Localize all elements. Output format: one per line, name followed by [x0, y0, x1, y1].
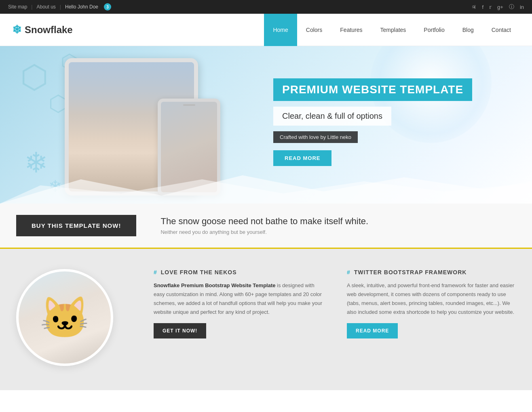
nav-blog[interactable]: Blog [454, 14, 483, 46]
hash-icon-2: # [347, 269, 350, 275]
cta-text: The snow goose need not bathe to make it… [160, 216, 516, 235]
linkedin-icon[interactable]: in [520, 4, 524, 10]
hero-subtitle-box: Clear, clean & full of options [273, 107, 391, 126]
topbar-left: Site map | About us | Hello John Doe 3 [8, 3, 111, 11]
features-section: 🐱 # LOVE FROM THE NEKOS Snowflake Premiu… [0, 249, 532, 390]
feature-col-2: # TWITTER BOOTSTRAP FRAMEWORK A sleek, i… [347, 269, 516, 338]
separator-2: | [60, 4, 61, 10]
twitter-icon[interactable]: 𝕣 [489, 4, 492, 10]
rss-icon[interactable]: ♃ [471, 4, 476, 10]
cat-image: 🐱 [16, 269, 113, 366]
buy-template-button[interactable]: BUY THIS TEMPLATE NOW! [16, 215, 136, 236]
read-more-button[interactable]: READ MORE [347, 323, 398, 338]
hello-text: Hello John Doe [65, 4, 98, 10]
separator-1: | [31, 4, 32, 10]
sitemap-link[interactable]: Site map [8, 4, 27, 10]
feature-col-1: # LOVE FROM THE NEKOS Snowflake Premium … [154, 269, 323, 338]
hero-crafted-text: Crafted with love by Little neko [280, 134, 351, 140]
nav-portfolio[interactable]: Portfolio [415, 14, 453, 46]
cta-subtext: Neither need you do anything but be your… [160, 229, 516, 235]
logo-text: Snowflake [25, 24, 73, 36]
mountain-svg [0, 171, 532, 204]
hero-subtitle: Clear, clean & full of options [282, 111, 382, 121]
nav-colors[interactable]: Colors [297, 14, 331, 46]
phone-notch [183, 104, 195, 106]
hero-crafted-box: Crafted with love by Little neko [273, 131, 358, 143]
logo[interactable]: ❄ Snowflake [12, 23, 264, 36]
feature-heading-2: # TWITTER BOOTSTRAP FRAMEWORK [347, 269, 516, 275]
hero-title-box: PREMIUM WEBSITE TEMPLATE [273, 78, 472, 101]
hero-title: PREMIUM WEBSITE TEMPLATE [282, 83, 463, 96]
feature-text-2: A sleek, intuitive, and powerful front-e… [347, 281, 516, 317]
hash-icon-1: # [154, 269, 157, 275]
feature-bold-1: Snowflake Premium Bootstrap Website Temp… [154, 282, 275, 288]
get-it-now-button[interactable]: GET IT NOW! [154, 323, 206, 338]
feature-heading-2-text: TWITTER BOOTSTRAP FRAMEWORK [354, 269, 467, 275]
feature-heading-1-text: LOVE FROM THE NEKOS [161, 269, 237, 275]
feature-text-1: Snowflake Premium Bootstrap Website Temp… [154, 281, 323, 317]
hero-read-more-button[interactable]: READ MORE [273, 150, 331, 166]
header: ❄ Snowflake Home Colors Features Templat… [0, 14, 532, 46]
feature-heading-1: # LOVE FROM THE NEKOS [154, 269, 323, 275]
topbar: Site map | About us | Hello John Doe 3 ♃… [0, 0, 532, 14]
notification-badge: 3 [104, 3, 111, 11]
nav-home[interactable]: Home [264, 14, 297, 46]
nav-contact[interactable]: Contact [483, 14, 520, 46]
about-link[interactable]: About us [36, 4, 55, 10]
features-grid: 🐱 # LOVE FROM THE NEKOS Snowflake Premiu… [16, 269, 516, 366]
logo-icon: ❄ [12, 23, 21, 36]
nav-templates[interactable]: Templates [372, 14, 415, 46]
hero-content: PREMIUM WEBSITE TEMPLATE Clear, clean & … [273, 78, 500, 166]
topbar-right: ♃ f 𝕣 g+ ⓘ in [471, 3, 524, 11]
main-nav: Home Colors Features Templates Portfolio… [264, 14, 520, 46]
cat-icon: 🐱 [40, 297, 90, 338]
instagram-icon[interactable]: ⓘ [509, 3, 514, 11]
hero-mountains [0, 171, 532, 204]
nav-features[interactable]: Features [331, 14, 371, 46]
cta-heading: The snow goose need not bathe to make it… [160, 216, 516, 227]
cta-section: BUY THIS TEMPLATE NOW! The snow goose ne… [0, 204, 532, 249]
facebook-icon[interactable]: f [482, 4, 483, 10]
googleplus-icon[interactable]: g+ [497, 4, 503, 10]
hero-section: ⬡ ⬡ ⬡ ⬡ ⬡ ❄ ❄ PREMIUM WEBSITE TEMPLATE C… [0, 46, 532, 204]
